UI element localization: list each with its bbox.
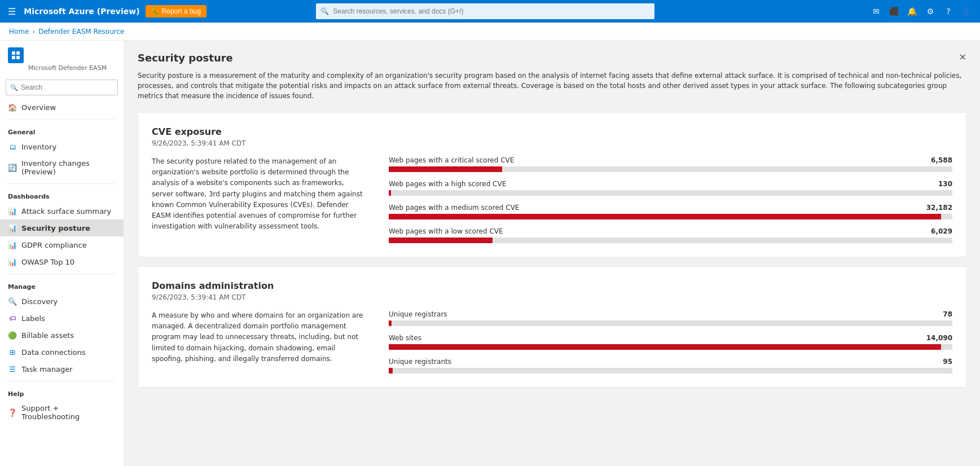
help-icon[interactable]: ? xyxy=(941,3,956,19)
sidebar-sections: General🗂 Inventory🔄 Inventory changes (P… xyxy=(0,116,124,425)
sidebar-item-data-connections[interactable]: ⊞ Data connections xyxy=(0,344,124,361)
sidebar-item-support-troubleshooting[interactable]: ❓ Support + Troubleshooting xyxy=(0,400,124,425)
sidebar-item-label-task-manager: Task manager xyxy=(21,365,73,373)
metric-value-2: 95 xyxy=(943,358,952,366)
sidebar-item-label-security-posture: Security posture xyxy=(21,224,90,232)
sidebar-item-label-labels: Labels xyxy=(21,314,45,323)
sidebar-item-label-attack-surface-summary: Attack surface summary xyxy=(21,207,111,216)
metric-row-0: Unique registrars 78 xyxy=(389,310,952,326)
topbar: ☰ Microsoft Azure (Preview) 🐛 Report a b… xyxy=(0,0,980,23)
breadcrumb-current[interactable]: Defender EASM Resource xyxy=(38,28,124,36)
sidebar: Microsoft Defender EASM 🔍 🏠 Overview Gen… xyxy=(0,41,124,466)
sidebar-item-label-data-connections: Data connections xyxy=(21,348,86,357)
sidebar-item-label-inventory: Inventory xyxy=(21,143,56,151)
metric-label-1: Web pages with a high scored CVE xyxy=(389,180,506,188)
metric-label-1: Web sites xyxy=(389,334,421,342)
page-description: Security posture is a measurement of the… xyxy=(138,71,966,101)
metric-bar-fill-2 xyxy=(389,368,393,373)
metric-bar-bg-1 xyxy=(389,190,952,196)
sidebar-item-label-owasp-top-10: OWASP Top 10 xyxy=(21,258,74,266)
sidebar-item-security-posture[interactable]: 📊 Security posture xyxy=(0,219,124,236)
sidebar-divider xyxy=(8,119,116,120)
card-body: The security posture related to the mana… xyxy=(152,156,952,243)
sidebar-item-inventory-changes[interactable]: 🔄 Inventory changes (Preview) xyxy=(0,155,124,180)
sidebar-item-discovery[interactable]: 🔍 Discovery xyxy=(0,293,124,310)
breadcrumb: Home › Defender EASM Resource xyxy=(0,23,980,41)
sidebar-item-gdpr-compliance[interactable]: 📊 GDPR compliance xyxy=(0,236,124,253)
metric-bar-bg-0 xyxy=(389,166,952,172)
email-icon[interactable]: ✉ xyxy=(868,3,884,19)
resource-title-row xyxy=(8,47,116,63)
topbar-icons: ✉ ⬛ 🔔 ⚙ ? 👤 xyxy=(868,3,974,19)
settings-icon[interactable]: ⚙ xyxy=(922,3,938,19)
icon-inventory-changes: 🔄 xyxy=(8,163,17,172)
resource-icon xyxy=(8,47,24,63)
metric-bar-fill-1 xyxy=(389,344,941,350)
bug-icon: 🐛 xyxy=(151,7,160,15)
page-title: Security posture xyxy=(138,52,233,64)
breadcrumb-separator: › xyxy=(32,28,35,36)
global-search-input[interactable] xyxy=(316,3,654,19)
sidebar-search-input[interactable] xyxy=(6,80,118,95)
hamburger-menu[interactable]: ☰ xyxy=(6,4,18,19)
icon-task-manager: ☰ xyxy=(8,364,17,373)
sidebar-item-owasp-top-10[interactable]: 📊 OWASP Top 10 xyxy=(0,253,124,270)
icon-owasp-top-10: 📊 xyxy=(8,257,17,266)
metric-bar-bg-3 xyxy=(389,238,952,243)
sidebar-item-overview[interactable]: 🏠 Overview xyxy=(0,99,124,116)
metric-value-0: 78 xyxy=(943,310,952,318)
resource-subtitle: Microsoft Defender EASM xyxy=(8,64,116,72)
metric-bar-bg-1 xyxy=(389,344,952,350)
sidebar-item-label-gdpr-compliance: GDPR compliance xyxy=(21,241,87,249)
sidebar-item-label-billable-assets: Billable assets xyxy=(21,331,74,340)
metric-bar-fill-0 xyxy=(389,320,392,326)
card-body: A measure by who and where domains for a… xyxy=(152,310,952,373)
metric-row-3: Web pages with a low scored CVE 6,029 xyxy=(389,227,952,243)
sidebar-search-icon: 🔍 xyxy=(10,84,18,91)
metric-bar-fill-0 xyxy=(389,166,502,172)
search-icon: 🔍 xyxy=(320,7,329,15)
sidebar-section-label: Dashboards xyxy=(0,187,124,203)
close-button[interactable]: ✕ xyxy=(959,52,966,63)
metric-row-2: Unique registrants 95 xyxy=(389,358,952,373)
account-icon[interactable]: 👤 xyxy=(959,3,974,19)
metric-bar-bg-2 xyxy=(389,368,952,373)
icon-security-posture: 📊 xyxy=(8,223,17,232)
card-description: The security posture related to the mana… xyxy=(152,156,366,243)
icon-support-troubleshooting: ❓ xyxy=(8,408,17,417)
card-timestamp: 9/26/2023, 5:39:41 AM CDT xyxy=(152,139,952,147)
cards-container: CVE exposure 9/26/2023, 5:39:41 AM CDT T… xyxy=(138,112,966,388)
icon-labels: 🏷 xyxy=(8,314,17,323)
metric-label-2: Unique registrants xyxy=(389,358,451,366)
sidebar-item-attack-surface-summary[interactable]: 📊 Attack surface summary xyxy=(0,203,124,219)
notification-icon[interactable]: 🔔 xyxy=(904,3,920,19)
metric-row-1: Web pages with a high scored CVE 130 xyxy=(389,180,952,196)
card-timestamp: 9/26/2023, 5:39:41 AM CDT xyxy=(152,293,952,301)
metric-row-0: Web pages with a critical scored CVE 6,5… xyxy=(389,156,952,172)
metric-value-0: 6,588 xyxy=(931,156,952,164)
icon-attack-surface-summary: 📊 xyxy=(8,206,17,216)
sidebar-divider xyxy=(8,381,116,381)
metric-value-2: 32,182 xyxy=(926,204,952,212)
icon-discovery: 🔍 xyxy=(8,297,17,306)
sidebar-item-billable-assets[interactable]: 🟢 Billable assets xyxy=(0,327,124,344)
sidebar-item-labels[interactable]: 🏷 Labels xyxy=(0,310,124,327)
card-metrics: Unique registrars 78 Web sites 14,090 Un… xyxy=(389,310,952,373)
sidebar-divider xyxy=(8,183,116,184)
sidebar-item-label-support-troubleshooting: Support + Troubleshooting xyxy=(21,404,116,421)
sidebar-section-label: Help xyxy=(0,385,124,400)
report-bug-button[interactable]: 🐛 Report a bug xyxy=(146,5,206,17)
metric-label-2: Web pages with a medium scored CVE xyxy=(389,204,519,212)
card-title: CVE exposure xyxy=(152,126,952,137)
metric-row-1: Web sites 14,090 xyxy=(389,334,952,350)
sidebar-item-task-manager[interactable]: ☰ Task manager xyxy=(0,361,124,377)
metric-bar-bg-0 xyxy=(389,320,952,326)
sidebar-search: 🔍 xyxy=(0,76,124,99)
breadcrumb-home[interactable]: Home xyxy=(9,28,29,36)
sidebar-item-inventory[interactable]: 🗂 Inventory xyxy=(0,138,124,155)
metric-bar-fill-2 xyxy=(389,214,941,219)
sidebar-section-label: Manage xyxy=(0,278,124,293)
portal-icon[interactable]: ⬛ xyxy=(886,3,902,19)
content-area: Security posture ✕ Security posture is a… xyxy=(124,41,980,466)
sidebar-header: Microsoft Defender EASM xyxy=(0,41,124,76)
